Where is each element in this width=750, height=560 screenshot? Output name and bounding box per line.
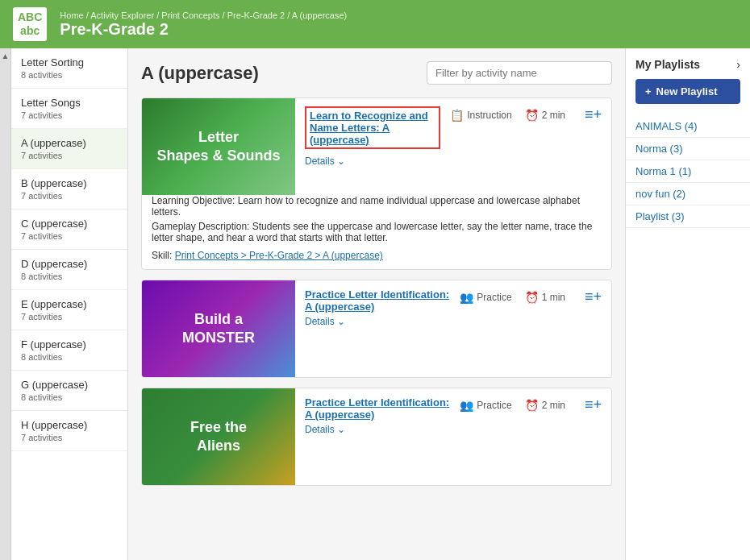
playlists-list: ANIMALS (4)Norma (3)Norma 1 (1)nov fun (… [626,115,750,228]
details-link-2[interactable]: Details ⌄ [305,316,450,327]
sidebar-item-d-(uppercase)[interactable]: D (uppercase)8 activities [11,250,127,290]
playlist-item-animals[interactable]: ANIMALS (4) [626,115,750,138]
activity-meta-3: 👥 Practice ⏰ 2 min ≡+ [460,396,602,413]
type-meta: 👥 Practice [460,399,511,412]
main-content: A (uppercase) Letter Shapes & Sounds Lea… [128,48,625,560]
expanded-details: Learning Objective: Learn how to recogni… [142,195,611,269]
card-row: Letter Shapes & Sounds Learn to Recogniz… [142,98,611,195]
playlists-chevron[interactable]: › [736,58,740,71]
scroll-up-arrow[interactable]: ▲ [2,52,10,60]
type-icon: 📋 [450,109,464,122]
card-row: Free the Aliens Practice Letter Identifi… [142,388,611,485]
objective-text: Learning Objective: Learn how to recogni… [152,195,602,218]
header-content: Home / Activity Explorer / Print Concept… [60,10,347,39]
activity-top: Learn to Recognize and Name Letters: A (… [305,106,602,170]
right-panel: My Playlists › + New Playlist ANIMALS (4… [625,48,750,560]
activity-info-2: Practice Letter Identification: A (upper… [295,280,611,377]
playlists-header: My Playlists › [626,58,750,79]
activity-meta-1: 📋 Instruction ⏰ 2 min ≡+ [450,106,602,123]
playlist-item-nov-fun[interactable]: nov fun (2) [626,183,750,205]
breadcrumb-grade[interactable]: Pre-K-Grade 2 [227,10,285,20]
activity-thumb-1: Letter Shapes & Sounds [142,98,295,195]
duration-meta: ⏰ 2 min [525,109,565,122]
main-header: A (uppercase) [141,61,612,85]
skill-line: Skill: Print Concepts > Pre-K-Grade 2 > … [152,250,602,261]
activity-info-1: Learn to Recognize and Name Letters: A (… [295,98,611,195]
activity-top: Practice Letter Identification: A (upper… [305,396,602,438]
type-icon: 👥 [460,399,473,412]
type-meta: 👥 Practice [460,291,511,304]
new-playlist-icon: + [645,85,652,97]
clock-icon: ⏰ [525,291,539,304]
add-to-playlist-button-2[interactable]: ≡+ [585,288,602,305]
sidebar-item-letter-songs[interactable]: Letter Songs7 activities [11,89,127,129]
details-link-3[interactable]: Details ⌄ [305,424,450,435]
playlist-item-norma[interactable]: Norma (3) [626,138,750,160]
breadcrumb-print[interactable]: Print Concepts [161,10,219,20]
page-header-title: Pre-K-Grade 2 [60,20,347,39]
title-area: Learn to Recognize and Name Letters: A (… [305,106,440,170]
sidebar-item-c-(uppercase)[interactable]: C (uppercase)7 activities [11,209,127,250]
main-layout: ▲ Letter Sorting8 activitiesLetter Songs… [0,48,750,560]
thumb-inner: Build a MONSTER [142,280,295,377]
thumb-inner: Letter Shapes & Sounds [142,98,295,195]
activity-meta-2: 👥 Practice ⏰ 1 min ≡+ [460,288,602,305]
type-label: Practice [477,292,511,303]
type-meta: 📋 Instruction [450,109,511,122]
card-row: Build a MONSTER Practice Letter Identifi… [142,280,611,377]
activity-title-1[interactable]: Learn to Recognize and Name Letters: A (… [305,106,440,149]
activity-title-2[interactable]: Practice Letter Identification: A (upper… [305,288,449,313]
duration-meta: ⏰ 1 min [525,291,565,304]
sidebar-item-a-(uppercase)[interactable]: A (uppercase)7 activities [11,129,127,169]
main-title: A (uppercase) [141,63,259,84]
sidebar-item-e-(uppercase)[interactable]: E (uppercase)7 activities [11,290,127,330]
skill-link[interactable]: Print Concepts > Pre-K-Grade 2 > A (uppe… [175,250,383,261]
playlist-item-norma-1[interactable]: Norma 1 (1) [626,160,750,183]
breadcrumb: Home / Activity Explorer / Print Concept… [60,10,347,20]
sidebar: Letter Sorting8 activitiesLetter Songs7 … [11,48,128,560]
type-label: Practice [477,400,511,411]
app-logo: ABC abc [13,7,47,41]
sidebar-item-h-(uppercase)[interactable]: H (uppercase)7 activities [11,411,127,451]
new-playlist-label: New Playlist [656,85,718,97]
details-link-1[interactable]: Details ⌄ [305,156,440,167]
duration-label: 2 min [542,110,565,121]
type-label: Instruction [467,110,511,121]
activity-card-2: Build a MONSTER Practice Letter Identifi… [141,280,612,378]
thumb-inner: Free the Aliens [142,388,295,485]
activities-list: Letter Shapes & Sounds Learn to Recogniz… [141,97,612,486]
playlists-title: My Playlists [635,58,700,71]
title-area: Practice Letter Identification: A (upper… [305,396,450,438]
sidebar-item-f-(uppercase)[interactable]: F (uppercase)8 activities [11,330,127,371]
clock-icon: ⏰ [525,399,539,412]
activity-card-1: Letter Shapes & Sounds Learn to Recogniz… [141,97,612,270]
activity-thumb-3: Free the Aliens [142,388,295,485]
activity-title-3[interactable]: Practice Letter Identification: A (upper… [305,396,449,421]
activity-thumb-2: Build a MONSTER [142,280,295,377]
activity-card-3: Free the Aliens Practice Letter Identifi… [141,388,612,486]
activity-info-3: Practice Letter Identification: A (upper… [295,388,611,485]
duration-meta: ⏰ 2 min [525,399,565,412]
add-to-playlist-button-3[interactable]: ≡+ [585,396,602,413]
sidebar-item-b-(uppercase)[interactable]: B (uppercase)7 activities [11,169,127,209]
duration-label: 1 min [542,292,565,303]
breadcrumb-current: A (uppercase) [292,10,347,20]
title-area: Practice Letter Identification: A (upper… [305,288,450,330]
sidebar-scroll: ▲ [0,48,11,560]
app-header: ABC abc Home / Activity Explorer / Print… [0,0,750,48]
add-to-playlist-button-1[interactable]: ≡+ [585,106,602,123]
new-playlist-button[interactable]: + New Playlist [635,79,740,104]
duration-label: 2 min [542,400,565,411]
activity-top: Practice Letter Identification: A (upper… [305,288,602,330]
sidebar-item-letter-sorting[interactable]: Letter Sorting8 activities [11,48,127,89]
breadcrumb-explorer[interactable]: Activity Explorer [90,10,154,20]
filter-input[interactable] [427,61,612,85]
breadcrumb-home[interactable]: Home [60,10,83,20]
sidebar-item-g-(uppercase)[interactable]: G (uppercase)8 activities [11,371,127,411]
gameplay-text: Gameplay Description: Students see the u… [152,221,602,243]
playlist-item-playlist[interactable]: Playlist (3) [626,205,750,228]
clock-icon: ⏰ [525,109,539,122]
type-icon: 👥 [460,291,473,304]
